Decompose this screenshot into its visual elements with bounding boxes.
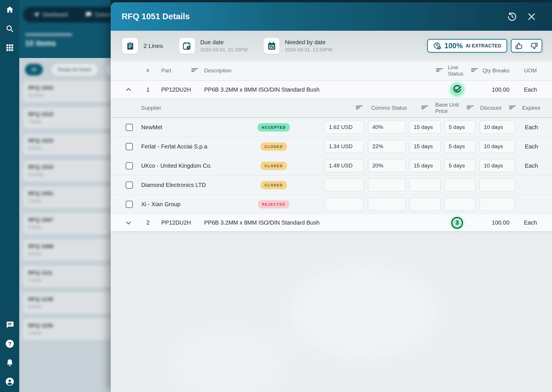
sidebar-apps-button[interactable] xyxy=(3,41,16,54)
needed-by-tile xyxy=(264,38,279,54)
rfq-card[interactable]: RFQ 10886 lines xyxy=(23,240,111,260)
collapse-line-button[interactable] xyxy=(122,81,135,99)
comms-status-badge: REJECTED xyxy=(258,200,290,208)
sort-icon[interactable] xyxy=(356,105,363,111)
help-icon: ? xyxy=(5,339,14,348)
expires-input[interactable]: 15 days xyxy=(409,121,441,134)
rfq-card[interactable]: RFQ 11112 lines xyxy=(23,266,111,287)
base-unit-price-input[interactable] xyxy=(325,178,364,192)
sort-icon[interactable] xyxy=(421,105,429,111)
promise-date-input[interactable]: 10 days xyxy=(480,121,515,134)
feedback-buttons xyxy=(511,39,542,53)
lead-input[interactable]: 5 days xyxy=(444,159,476,172)
lead-input[interactable] xyxy=(444,198,476,211)
thumbs-down-icon xyxy=(530,42,538,50)
rfq-card[interactable]: RFQ 103311 lines xyxy=(23,160,111,181)
base-unit-price-input[interactable]: 1.62 USD xyxy=(325,121,364,134)
sidebar-chat-button[interactable] xyxy=(3,318,16,331)
filter-chip-partial[interactable] xyxy=(106,64,111,76)
expand-line-button[interactable] xyxy=(122,214,135,231)
line-qty: 100.00 xyxy=(482,219,513,226)
sort-icon[interactable] xyxy=(509,105,516,111)
sort-icon[interactable] xyxy=(471,67,478,74)
close-button[interactable] xyxy=(525,10,538,23)
expires-input[interactable] xyxy=(409,198,441,211)
base-unit-price-input[interactable]: 1.34 USD xyxy=(325,140,364,153)
rfq-card[interactable]: RFQ 10238 lines xyxy=(23,134,111,155)
ai-extracted-label: AI EXTRACTED xyxy=(466,43,501,49)
app-sidebar: ? xyxy=(0,0,19,392)
discount-input[interactable]: 40% xyxy=(368,121,406,134)
rfq-card[interactable]: RFQ 10157 lines xyxy=(23,107,111,128)
sort-icon[interactable] xyxy=(436,67,443,74)
thumbs-down-button[interactable] xyxy=(527,40,542,52)
sidebar-search-button[interactable] xyxy=(3,22,16,35)
line-number: 2 xyxy=(135,219,152,226)
rfq-list-panel: Dashboard Comms 10 items All Ready for A… xyxy=(19,0,111,392)
needed-by-label: Needed by date xyxy=(285,39,332,46)
col-num: # xyxy=(135,67,152,74)
promise-date-input[interactable] xyxy=(480,198,515,211)
line-status-count-badge: 3 xyxy=(451,217,463,229)
supplier-name: Diamond Electronics LTD xyxy=(139,182,246,188)
lead-input[interactable]: 5 days xyxy=(444,140,476,153)
promise-date-input[interactable]: 10 days xyxy=(480,140,515,153)
sort-icon[interactable] xyxy=(467,105,474,111)
sidebar-account-button[interactable] xyxy=(3,375,16,388)
supplier-checkbox[interactable] xyxy=(126,201,133,208)
needed-by-value: 2024-03-31, 12:00PM xyxy=(285,47,332,53)
nav-comms-label: Comms xyxy=(95,12,111,18)
calendar-clock-icon xyxy=(182,41,191,51)
sort-icon[interactable] xyxy=(191,67,199,74)
chevron-down-icon xyxy=(125,219,132,226)
base-unit-price-input[interactable]: 1.48 USD xyxy=(325,159,364,172)
supplier-row: Ferlat - Ferlat Acciai S.p.a CLOSED 1.34… xyxy=(111,137,552,156)
clipboard-icon xyxy=(126,42,135,50)
close-icon xyxy=(527,12,536,21)
sidebar-help-button[interactable]: ? xyxy=(3,337,16,350)
sidebar-notifications-button[interactable] xyxy=(3,356,16,369)
promise-date-input[interactable] xyxy=(480,178,515,192)
lead-input[interactable]: 5 days xyxy=(444,121,476,134)
rfq-card[interactable]: RFQ 11562 lines xyxy=(23,319,111,340)
supplier-checkbox[interactable] xyxy=(126,181,133,189)
rfq-card[interactable]: RFQ 10512 lines xyxy=(23,187,111,208)
filter-chip-ready-for-action[interactable]: Ready for Action xyxy=(51,64,98,76)
discount-input[interactable]: 22% xyxy=(368,140,406,153)
details-header: RFQ 1051 Details xyxy=(111,2,552,31)
supplier-checkbox[interactable] xyxy=(126,143,133,150)
rfq-card[interactable]: RFQ 100211 lines xyxy=(23,81,111,102)
rfq-card-list: RFQ 100211 lines RFQ 10157 lines RFQ 102… xyxy=(23,81,111,345)
supplier-row: UKco - United Kingdom Co. CLOSED 1.48 US… xyxy=(111,156,552,175)
paper-plane-icon xyxy=(33,11,40,18)
expires-input[interactable]: 15 days xyxy=(409,140,441,153)
top-nav-pill: Dashboard Comms xyxy=(23,7,111,22)
filter-chip-all[interactable]: All xyxy=(25,64,43,76)
discount-input[interactable] xyxy=(368,178,406,192)
lead-input[interactable] xyxy=(444,178,476,192)
discount-input[interactable]: 20% xyxy=(368,159,406,172)
comms-status-badge: ACCEPTED xyxy=(258,123,290,132)
supplier-checkbox[interactable] xyxy=(126,162,133,169)
supplier-checkbox[interactable] xyxy=(126,124,133,131)
summary-bar: 2 Lines Due date 2024-03-01, 01:33PM xyxy=(111,31,552,61)
sidebar-home-button[interactable] xyxy=(3,3,16,16)
expires-input[interactable]: 15 days xyxy=(409,159,441,172)
col-part: Part xyxy=(152,67,202,74)
col-discount: Discount xyxy=(480,105,501,111)
rfq-card[interactable]: RFQ 11384 lines xyxy=(23,292,111,313)
account-icon xyxy=(5,377,14,386)
home-icon xyxy=(5,5,14,14)
discount-input[interactable] xyxy=(368,198,406,211)
col-qty-breaks: Qty Breaks xyxy=(482,67,513,74)
history-button[interactable] xyxy=(505,10,519,23)
nav-comms[interactable]: Comms xyxy=(85,11,111,18)
ai-extracted-button[interactable]: 100% AI EXTRACTED xyxy=(427,39,507,53)
promise-date-input[interactable]: 10 days xyxy=(480,159,515,172)
base-unit-price-input[interactable] xyxy=(325,198,364,211)
nav-dashboard[interactable]: Dashboard xyxy=(33,11,68,18)
rfq-card[interactable]: RFQ 10674 lines xyxy=(23,213,111,234)
expires-input[interactable] xyxy=(409,178,441,192)
thumbs-up-button[interactable] xyxy=(511,40,526,52)
lines-table-header: # Part Description Line Status Qty Break… xyxy=(111,61,552,81)
